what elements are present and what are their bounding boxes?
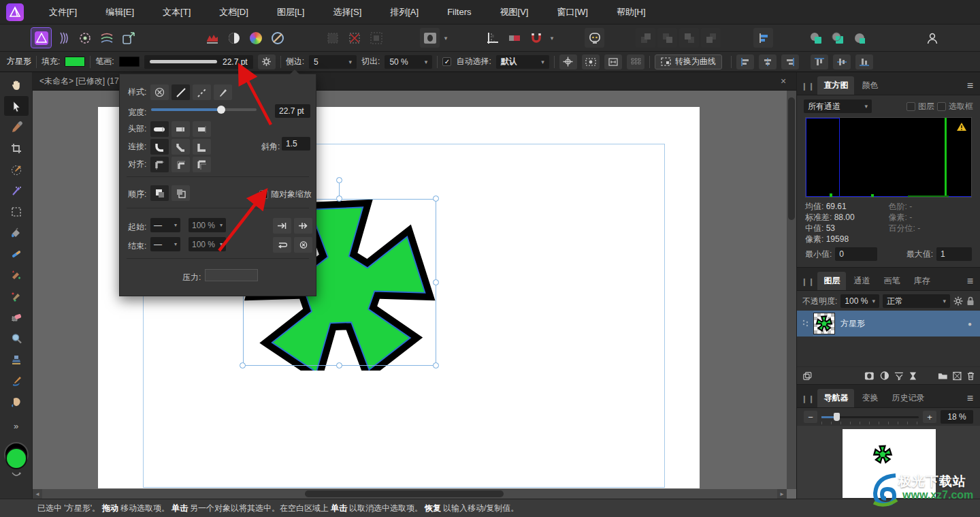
tab-stock[interactable]: 库存 (907, 272, 936, 290)
scroll-left-icon[interactable]: ◄ (33, 489, 42, 499)
fill-color-swatch[interactable] (5, 448, 27, 469)
hide-selection-toggle[interactable] (582, 54, 600, 69)
move-forward-button[interactable] (657, 28, 677, 48)
cap-butt-button[interactable] (193, 121, 211, 137)
selection-brush-tool-button[interactable] (4, 159, 29, 179)
alignment-button[interactable] (753, 28, 773, 48)
tone-mapping-persona-button[interactable] (97, 28, 116, 48)
blend-ranges-icon[interactable] (953, 371, 962, 381)
zoom-tool-button[interactable] (4, 328, 29, 348)
vertical-scroll-thumb[interactable] (788, 97, 795, 220)
geometry-subtract-button[interactable] (828, 28, 847, 48)
arrow-align-tip-button[interactable] (294, 218, 312, 234)
geometry-add-button[interactable] (806, 28, 826, 48)
move-to-back-button[interactable] (701, 28, 721, 48)
eraser-tool-button[interactable] (4, 307, 29, 327)
auto-levels-button[interactable] (202, 28, 222, 48)
handle-bottom-center[interactable] (336, 362, 342, 369)
menu-edit[interactable]: 编辑[E] (91, 0, 148, 25)
color-replacement-brush-tool-button[interactable] (4, 286, 29, 306)
fill-swatch[interactable] (65, 57, 85, 67)
tab-layers[interactable]: 图层 (817, 272, 846, 290)
warning-icon[interactable] (956, 122, 967, 131)
pixel-tool-button[interactable] (4, 265, 29, 285)
menu-help[interactable]: 帮助[H] (602, 0, 660, 25)
geometry-intersect-button[interactable] (849, 28, 869, 48)
handle-mid-right[interactable] (433, 279, 439, 285)
align-right-button[interactable] (781, 54, 799, 69)
crop-tool-button[interactable] (4, 138, 29, 158)
pressure-profile-box[interactable] (205, 269, 258, 281)
photo-persona-button[interactable] (31, 28, 51, 48)
stroke-style-none-button[interactable] (150, 84, 169, 100)
live-filter-icon[interactable] (894, 371, 904, 381)
quick-mask-dropdown[interactable]: ▾ (442, 28, 450, 48)
delete-icon[interactable] (967, 371, 975, 381)
tab-navigator[interactable]: 导航器 (817, 389, 854, 407)
align-center-h-button[interactable] (759, 54, 777, 69)
auto-colors-button[interactable] (246, 28, 265, 48)
snapping-dropdown[interactable]: ▾ (548, 28, 556, 48)
convert-to-curves-button[interactable]: 转换为曲线 (655, 54, 722, 69)
miter-input[interactable]: 1.5 (282, 137, 310, 151)
flood-select-tool-button[interactable] (4, 181, 29, 200)
align-center-stroke-button[interactable] (150, 157, 169, 172)
stroke-width-slider[interactable] (151, 108, 257, 111)
more-tools-button[interactable]: » (14, 421, 18, 431)
handle-top-right[interactable] (433, 195, 439, 202)
clone-stamp-tool-button[interactable] (4, 349, 29, 369)
join-miter-button[interactable] (193, 139, 211, 155)
align-inside-stroke-button[interactable] (172, 157, 190, 172)
menu-select[interactable]: 选择[S] (318, 0, 376, 25)
snapshot-icon[interactable] (909, 371, 917, 381)
move-backward-button[interactable] (679, 28, 699, 48)
invert-selection-button[interactable] (366, 28, 386, 48)
lock-icon[interactable] (966, 296, 975, 306)
menu-file[interactable]: 文件[F] (35, 0, 91, 25)
auto-select-mode-select[interactable]: 默认▾ (496, 55, 549, 69)
pixel-grid-toggle[interactable] (627, 54, 644, 69)
marquee-checkbox[interactable] (937, 102, 946, 111)
scale-with-object-checkbox[interactable]: ✓ (259, 190, 268, 199)
duplicate-icon[interactable] (802, 371, 813, 381)
align-middle-v-button[interactable] (833, 54, 851, 69)
start-pressure-select[interactable]: 100 %▾ (189, 218, 226, 232)
vertical-scrollbar[interactable] (787, 91, 796, 489)
export-persona-button[interactable] (118, 28, 138, 48)
account-button[interactable] (922, 28, 942, 48)
cap-square-button[interactable] (172, 121, 190, 137)
group-icon[interactable] (938, 371, 948, 380)
panel-grip[interactable]: ❙❙ (801, 277, 815, 286)
close-icon[interactable]: × (777, 76, 789, 87)
align-outside-stroke-button[interactable] (193, 157, 211, 172)
transform-origin-toggle[interactable] (559, 54, 577, 69)
tab-channels[interactable]: 通道 (847, 272, 876, 290)
panel-menu-icon[interactable]: ≡ (964, 80, 976, 95)
min-input[interactable]: 0 (835, 247, 877, 261)
stroke-settings-button[interactable] (258, 54, 276, 69)
assistant-button[interactable] (585, 28, 604, 48)
stroke-style-solid-button[interactable] (172, 84, 190, 100)
panel-menu-icon[interactable]: ≡ (964, 275, 976, 290)
swap-colors-icon[interactable] (11, 472, 22, 477)
auto-select-checkbox[interactable]: ✓ (442, 57, 451, 66)
cap-round-button[interactable] (150, 121, 169, 137)
paint-brush-tool-button[interactable] (4, 371, 29, 390)
opacity-select[interactable]: 100 %▾ (840, 294, 879, 308)
menu-layer[interactable]: 图层[L] (263, 0, 318, 25)
channel-select[interactable]: 所有通道▾ (804, 99, 872, 113)
order-stroke-front-button[interactable] (150, 185, 169, 201)
layer-thumbnail[interactable] (813, 313, 835, 334)
snapping-button[interactable] (526, 28, 546, 48)
stroke-style-brush-button[interactable] (214, 84, 232, 100)
cutout-select[interactable]: 50 %▾ (385, 55, 432, 69)
horizontal-scrollbar[interactable]: ◄ ► (33, 489, 787, 499)
horizontal-scroll-thumb[interactable] (305, 490, 504, 497)
auto-contrast-button[interactable] (224, 28, 244, 48)
transform-origin-button[interactable] (504, 28, 524, 48)
tab-brushes[interactable]: 画笔 (877, 272, 906, 290)
menu-text[interactable]: 文本[T] (148, 0, 205, 25)
end-style-select[interactable]: —▾ (150, 237, 180, 251)
liquify-persona-button[interactable] (53, 28, 73, 48)
tab-color[interactable]: 颜色 (855, 76, 884, 95)
